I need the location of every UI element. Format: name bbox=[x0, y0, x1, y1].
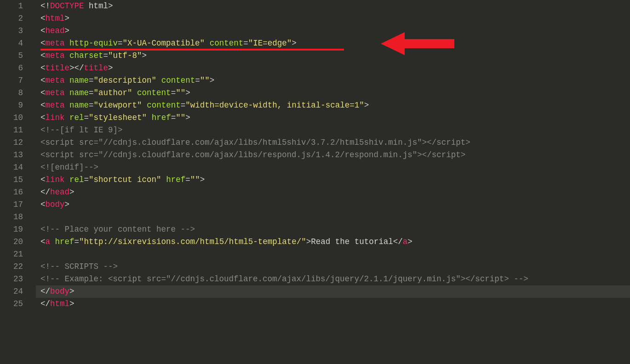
code-line[interactable]: <!DOCTYPE html> bbox=[40, 0, 630, 12]
line-number: 21 bbox=[0, 248, 23, 261]
line-number: 2 bbox=[0, 12, 23, 25]
code-line[interactable]: <!-- Place your content here --> bbox=[40, 223, 630, 236]
code-line[interactable]: <meta http-equiv="X-UA-Compatible" conte… bbox=[40, 37, 630, 50]
code-line-active[interactable]: </body> bbox=[36, 285, 630, 298]
code-line[interactable]: <script src="//cdnjs.cloudflare.com/ajax… bbox=[40, 149, 630, 161]
line-number-gutter: 1 2 3 4 5 6 7 8 9 10 11 12 13 14 15 16 1… bbox=[0, 0, 36, 364]
code-line[interactable]: <meta charset="utf-8"> bbox=[40, 50, 630, 62]
line-number: 19 bbox=[0, 223, 23, 236]
line-number: 18 bbox=[0, 211, 23, 223]
line-number: 10 bbox=[0, 112, 23, 124]
code-line[interactable]: <html> bbox=[40, 12, 630, 25]
code-line[interactable]: <meta name="description" content=""> bbox=[40, 74, 630, 87]
line-number: 8 bbox=[0, 87, 23, 99]
line-number: 7 bbox=[0, 74, 23, 87]
line-number: 25 bbox=[0, 298, 23, 310]
line-number: 16 bbox=[0, 186, 23, 199]
line-number: 9 bbox=[0, 99, 23, 112]
code-area[interactable]: <!DOCTYPE html> <html> <head> <meta http… bbox=[36, 0, 630, 364]
line-number: 5 bbox=[0, 50, 23, 62]
code-line[interactable]: <a href="http://sixrevisions.com/html5/h… bbox=[40, 236, 630, 248]
line-number: 1 bbox=[0, 0, 23, 12]
code-line[interactable]: </html> bbox=[40, 298, 630, 310]
line-number: 13 bbox=[0, 149, 23, 161]
code-line[interactable]: <title></title> bbox=[40, 62, 630, 74]
line-number: 15 bbox=[0, 174, 23, 186]
code-line[interactable]: <![endif]--> bbox=[40, 161, 630, 174]
highlight-underline bbox=[40, 49, 344, 51]
line-number: 24 bbox=[0, 285, 23, 298]
line-number: 23 bbox=[0, 273, 23, 285]
code-line[interactable]: <link rel="stylesheet" href=""> bbox=[40, 112, 630, 124]
line-number: 20 bbox=[0, 236, 23, 248]
line-number: 12 bbox=[0, 136, 23, 149]
code-line[interactable] bbox=[40, 211, 630, 223]
line-number: 17 bbox=[0, 199, 23, 211]
code-line[interactable]: <meta name="viewport" content="width=dev… bbox=[40, 99, 630, 112]
code-line[interactable]: <!-- SCRIPTS --> bbox=[40, 261, 630, 273]
line-number: 22 bbox=[0, 261, 23, 273]
code-line[interactable] bbox=[40, 248, 630, 261]
code-editor[interactable]: 1 2 3 4 5 6 7 8 9 10 11 12 13 14 15 16 1… bbox=[0, 0, 630, 364]
line-number: 11 bbox=[0, 124, 23, 136]
code-line[interactable]: <body> bbox=[40, 199, 630, 211]
code-line[interactable]: <head> bbox=[40, 25, 630, 37]
line-number: 3 bbox=[0, 25, 23, 37]
line-number: 14 bbox=[0, 161, 23, 174]
line-number: 6 bbox=[0, 62, 23, 74]
line-number: 4 bbox=[0, 37, 23, 50]
code-line[interactable]: <!--[if lt IE 9]> bbox=[40, 124, 630, 136]
code-line[interactable]: <!-- Example: <script src="//cdnjs.cloud… bbox=[40, 273, 630, 285]
code-line[interactable]: <meta name="author" content=""> bbox=[40, 87, 630, 99]
code-line[interactable]: </head> bbox=[40, 186, 630, 199]
code-line[interactable]: <link rel="shortcut icon" href=""> bbox=[40, 174, 630, 186]
code-line[interactable]: <script src="//cdnjs.cloudflare.com/ajax… bbox=[40, 136, 630, 149]
